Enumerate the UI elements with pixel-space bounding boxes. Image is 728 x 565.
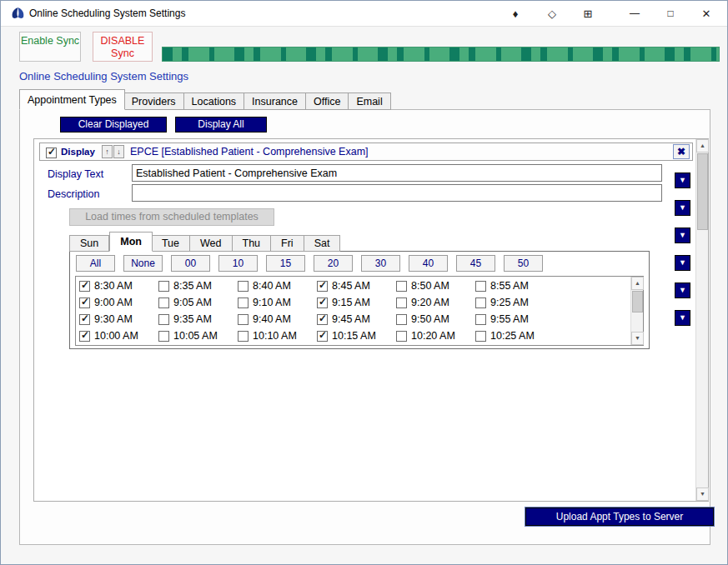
maximize-button[interactable]: □ bbox=[658, 1, 683, 27]
time-checkbox[interactable] bbox=[396, 331, 407, 342]
time-slot[interactable]: 10:00 AM bbox=[79, 328, 158, 344]
pin-icon[interactable]: ♦ bbox=[503, 1, 528, 27]
slot-button-00[interactable]: 00 bbox=[171, 255, 210, 272]
time-slot[interactable]: 8:35 AM bbox=[158, 278, 238, 294]
time-slot[interactable]: 9:20 AM bbox=[396, 294, 475, 311]
time-slot[interactable]: 9:55 AM bbox=[475, 311, 555, 328]
day-tab-wed[interactable]: Wed bbox=[190, 235, 232, 252]
slot-button-30[interactable]: 30 bbox=[361, 255, 400, 272]
time-checkbox[interactable] bbox=[317, 331, 328, 342]
time-checkbox[interactable] bbox=[317, 298, 328, 308]
down-arrow-button[interactable]: ▼ bbox=[675, 310, 690, 326]
time-checkbox[interactable] bbox=[396, 298, 407, 308]
clear-displayed-button[interactable]: Clear Displayed bbox=[60, 117, 167, 132]
scroll-up-button[interactable]: ▲ bbox=[696, 139, 709, 152]
down-arrow-button[interactable]: ▼ bbox=[675, 200, 690, 216]
time-slot[interactable]: 8:45 AM bbox=[317, 278, 396, 294]
tab-appointment-types[interactable]: Appointment Types bbox=[19, 89, 125, 110]
time-list-scrollbar[interactable]: ▲ ▼ bbox=[630, 277, 643, 345]
time-slot[interactable]: 9:30 AM bbox=[79, 311, 158, 328]
time-slot[interactable]: 10:10 AM bbox=[238, 328, 317, 344]
time-checkbox[interactable] bbox=[317, 314, 328, 325]
time-checkbox[interactable] bbox=[317, 281, 328, 292]
time-slot[interactable]: 9:45 AM bbox=[317, 311, 396, 328]
time-slot[interactable]: 10:20 AM bbox=[396, 328, 475, 344]
time-checkbox[interactable] bbox=[158, 298, 169, 308]
day-tab-fri[interactable]: Fri bbox=[271, 235, 304, 252]
down-arrow-button[interactable]: ▼ bbox=[675, 172, 690, 188]
list-scrollbar-thumb[interactable] bbox=[632, 291, 643, 312]
day-tab-sat[interactable]: Sat bbox=[304, 235, 341, 252]
time-checkbox[interactable] bbox=[79, 314, 90, 325]
move-up-button[interactable]: ↑ bbox=[102, 145, 113, 158]
window-grid-icon[interactable]: ⊞ bbox=[575, 1, 600, 27]
tab-email[interactable]: Email bbox=[349, 92, 390, 110]
slot-button-45[interactable]: 45 bbox=[456, 255, 495, 272]
diamond-icon[interactable]: ◇ bbox=[540, 1, 565, 27]
time-checkbox[interactable] bbox=[79, 298, 90, 308]
day-tab-tue[interactable]: Tue bbox=[152, 235, 190, 252]
slot-button-40[interactable]: 40 bbox=[409, 255, 448, 272]
description-input[interactable] bbox=[132, 184, 662, 202]
slot-button-none[interactable]: None bbox=[123, 255, 163, 272]
down-arrow-button[interactable]: ▼ bbox=[675, 255, 690, 271]
slot-button-all[interactable]: All bbox=[76, 255, 115, 272]
time-slot[interactable]: 10:05 AM bbox=[158, 328, 238, 344]
time-checkbox[interactable] bbox=[238, 314, 249, 325]
down-arrow-button[interactable]: ▼ bbox=[675, 228, 690, 243]
list-scroll-down-button[interactable]: ▼ bbox=[631, 332, 644, 345]
time-checkbox[interactable] bbox=[158, 281, 169, 292]
time-slot[interactable]: 9:05 AM bbox=[158, 294, 238, 311]
scroll-down-button[interactable]: ▼ bbox=[696, 488, 709, 501]
day-tab-thu[interactable]: Thu bbox=[233, 235, 272, 252]
down-arrow-button[interactable]: ▼ bbox=[675, 282, 690, 298]
time-slot[interactable]: 9:10 AM bbox=[238, 294, 317, 311]
time-checkbox[interactable] bbox=[475, 331, 486, 342]
time-slot[interactable]: 9:40 AM bbox=[238, 311, 317, 328]
time-slot[interactable]: 8:40 AM bbox=[238, 278, 317, 294]
upload-appt-types-button[interactable]: Upload Appt Types to Server bbox=[525, 508, 714, 526]
day-tab-mon[interactable]: Mon bbox=[109, 232, 153, 252]
tab-office[interactable]: Office bbox=[306, 92, 349, 110]
time-checkbox[interactable] bbox=[475, 281, 486, 292]
slot-button-15[interactable]: 15 bbox=[266, 255, 305, 272]
minimize-button[interactable]: — bbox=[622, 1, 647, 27]
time-checkbox[interactable] bbox=[238, 281, 249, 292]
display-checkbox[interactable] bbox=[46, 148, 57, 158]
close-button[interactable]: ✕ bbox=[694, 1, 719, 27]
main-scrollbar-thumb[interactable] bbox=[697, 153, 708, 230]
time-checkbox[interactable] bbox=[79, 281, 90, 292]
time-checkbox[interactable] bbox=[475, 298, 486, 308]
move-down-button[interactable]: ↓ bbox=[113, 145, 124, 158]
time-checkbox[interactable] bbox=[238, 298, 249, 308]
display-text-input[interactable] bbox=[132, 164, 662, 182]
time-slot[interactable]: 9:35 AM bbox=[158, 311, 238, 328]
day-tab-sun[interactable]: Sun bbox=[69, 235, 109, 252]
list-scroll-up-button[interactable]: ▲ bbox=[631, 277, 644, 290]
time-checkbox[interactable] bbox=[396, 314, 407, 325]
time-slot[interactable]: 9:15 AM bbox=[317, 294, 396, 311]
tab-locations[interactable]: Locations bbox=[184, 92, 245, 110]
slot-button-20[interactable]: 20 bbox=[314, 255, 353, 272]
time-checkbox[interactable] bbox=[158, 314, 169, 325]
tab-providers[interactable]: Providers bbox=[124, 92, 184, 110]
time-slot[interactable]: 9:25 AM bbox=[475, 294, 555, 311]
time-slot[interactable]: 8:55 AM bbox=[475, 278, 555, 294]
time-checkbox[interactable] bbox=[79, 331, 90, 342]
time-slot[interactable]: 9:00 AM bbox=[79, 294, 158, 311]
disable-sync-button[interactable]: DISABLE Sync bbox=[93, 32, 153, 62]
time-checkbox[interactable] bbox=[475, 314, 486, 325]
time-slot[interactable]: 8:50 AM bbox=[396, 278, 475, 294]
time-slot[interactable]: 9:50 AM bbox=[396, 311, 475, 328]
display-all-button[interactable]: Display All bbox=[175, 117, 267, 132]
tab-insurance[interactable]: Insurance bbox=[244, 92, 306, 110]
time-checkbox[interactable] bbox=[396, 281, 407, 292]
enable-sync-button[interactable]: Enable Sync bbox=[19, 32, 81, 62]
time-slot[interactable]: 10:25 AM bbox=[475, 328, 555, 344]
time-slot[interactable]: 8:30 AM bbox=[79, 278, 158, 294]
time-checkbox[interactable] bbox=[238, 331, 249, 342]
time-slot[interactable]: 10:15 AM bbox=[317, 328, 396, 344]
main-scrollbar[interactable]: ▲ ▼ bbox=[695, 139, 708, 501]
time-checkbox[interactable] bbox=[158, 331, 169, 342]
slot-button-10[interactable]: 10 bbox=[218, 255, 258, 272]
